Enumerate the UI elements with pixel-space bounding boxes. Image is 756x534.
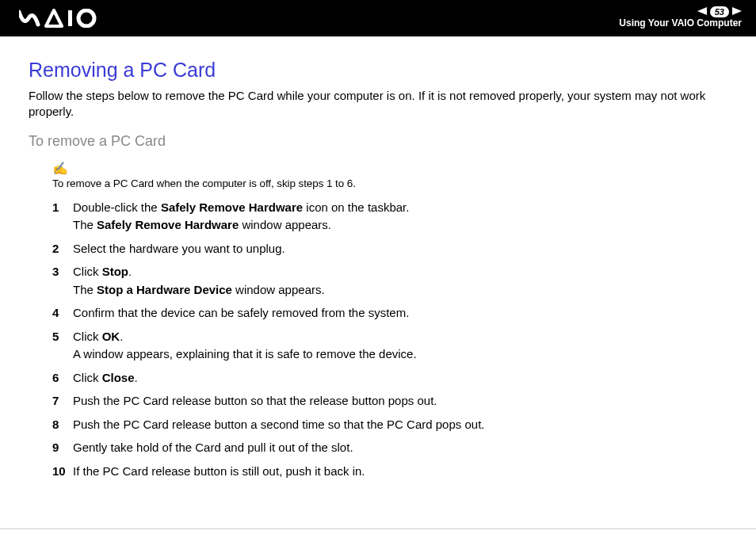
step-number: 8	[52, 416, 73, 434]
page-header: 53 Using Your VAIO Computer	[0, 0, 756, 36]
step-item: 6Click Close.	[52, 369, 727, 387]
intro-text: Follow the steps below to remove the PC …	[29, 88, 727, 120]
step-text: Confirm that the device can be safely re…	[73, 304, 727, 322]
step-text: Click OK.A window appears, explaining th…	[73, 328, 727, 364]
steps-list: 1Double-click the Safely Remove Hardware…	[52, 199, 727, 481]
step-text: Gently take hold of the Card and pull it…	[73, 439, 727, 457]
page-content: Removing a PC Card Follow the steps belo…	[0, 36, 756, 502]
step-text: If the PC Card release button is still o…	[73, 463, 727, 481]
step-number: 5	[52, 328, 73, 346]
note-block: ✍ To remove a PC Card when the computer …	[52, 161, 727, 189]
step-item: 1Double-click the Safely Remove Hardware…	[52, 199, 727, 235]
subtitle: To remove a PC Card	[29, 133, 727, 150]
step-text: Click Stop.The Stop a Hardware Device wi…	[73, 263, 727, 299]
step-number: 4	[52, 304, 73, 322]
step-item: 4Confirm that the device can be safely r…	[52, 304, 727, 322]
prev-page-arrow[interactable]	[697, 6, 707, 17]
vaio-logo	[19, 9, 106, 28]
step-text: Click Close.	[73, 369, 727, 387]
page-title: Removing a PC Card	[29, 59, 727, 82]
step-item: 7Push the PC Card release button so that…	[52, 392, 727, 410]
step-number: 10	[52, 463, 73, 481]
step-text: Double-click the Safely Remove Hardware …	[73, 199, 727, 235]
step-item: 5Click OK.A window appears, explaining t…	[52, 328, 727, 364]
page-number: 53	[710, 6, 729, 17]
step-item: 8Push the PC Card release button a secon…	[52, 416, 727, 434]
step-item: 3Click Stop.The Stop a Hardware Device w…	[52, 263, 727, 299]
footer-divider	[0, 528, 756, 529]
step-item: 9Gently take hold of the Card and pull i…	[52, 439, 727, 457]
note-icon: ✍	[52, 161, 68, 176]
section-title: Using Your VAIO Computer	[619, 17, 742, 30]
step-text: Push the PC Card release button so that …	[73, 392, 727, 410]
svg-point-1	[78, 10, 94, 26]
svg-rect-0	[68, 10, 72, 26]
vaio-logo-svg	[19, 9, 106, 28]
svg-marker-2	[697, 7, 707, 15]
note-text: To remove a PC Card when the computer is…	[52, 177, 727, 189]
step-number: 3	[52, 263, 73, 281]
next-page-arrow[interactable]	[732, 6, 742, 17]
step-text: Select the hardware you want to unplug.	[73, 240, 727, 258]
header-nav: 53 Using Your VAIO Computer	[619, 6, 742, 30]
step-item: 2Select the hardware you want to unplug.	[52, 240, 727, 258]
svg-marker-3	[732, 7, 742, 15]
step-number: 1	[52, 199, 73, 217]
step-number: 6	[52, 369, 73, 387]
step-number: 9	[52, 439, 73, 457]
step-number: 7	[52, 392, 73, 410]
step-item: 10If the PC Card release button is still…	[52, 463, 727, 481]
step-text: Push the PC Card release button a second…	[73, 416, 727, 434]
step-number: 2	[52, 240, 73, 258]
